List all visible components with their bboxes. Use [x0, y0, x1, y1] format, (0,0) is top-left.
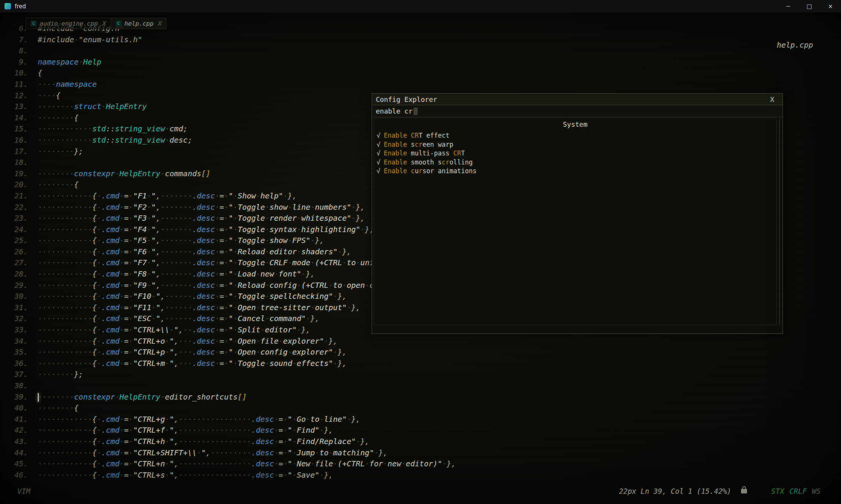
checkbox-checked-icon[interactable]: √: [377, 149, 380, 157]
maximize-button[interactable]: □: [799, 0, 820, 12]
option-label-text: sor animations: [423, 167, 477, 175]
line-content: ············{·.cmd·=·"F9·",·······.desc·…: [38, 280, 387, 291]
config-option[interactable]: √Enable CRT effect: [374, 131, 776, 140]
line-content: {: [38, 68, 42, 79]
code-line-43[interactable]: 43.············{·.cmd·=·"CTRL+h·",······…: [0, 436, 841, 447]
code-line-46[interactable]: 46.············{·.cmd·=·"CTRL+s·",······…: [0, 470, 841, 481]
lock-icon: [741, 489, 747, 493]
code-line-36[interactable]: 36.············{·.cmd·=·"CTRL+m·",···.de…: [0, 358, 841, 369]
match-highlight: cr: [442, 158, 449, 166]
line-number: 14.: [0, 112, 28, 124]
option-label-text: olling: [449, 158, 472, 166]
tab-close-button[interactable]: X: [158, 20, 162, 27]
status-flag-crlf: CRLF: [789, 487, 807, 495]
code-line-11[interactable]: 11.····namespace: [0, 79, 841, 90]
config-search-input[interactable]: enable cr: [372, 105, 783, 117]
code-line-44[interactable]: 44.············{·.cmd·=·"CTRL+SHIFT+\\·"…: [0, 447, 841, 459]
search-query-text: enable cr: [376, 107, 413, 115]
code-line-45[interactable]: 45.············{·.cmd·=·"CTRL+n·",······…: [0, 458, 841, 470]
tab-label: audio-engine.cpp: [40, 20, 98, 27]
line-content: ············{·.cmd·=·"F2·",·······.desc·…: [38, 202, 365, 213]
code-line-34[interactable]: 34.············{·.cmd·=·"CTRL+o·",···.de…: [0, 336, 841, 347]
code-line-8[interactable]: 8.: [0, 45, 841, 57]
line-content: ········{: [38, 112, 78, 124]
pane-filename: help.cpp: [777, 40, 813, 49]
popup-close-button[interactable]: X: [766, 95, 779, 103]
line-number: 8.: [0, 45, 28, 57]
line-content: ············{·.cmd·=·"F11·",······.desc·…: [38, 302, 360, 313]
code-line-42[interactable]: 42.············{·.cmd·=·"CTRL+f·",······…: [0, 425, 841, 436]
line-number: 28.: [0, 269, 28, 280]
close-button[interactable]: ×: [820, 0, 841, 12]
code-line-39[interactable]: 39.········constexpr·HelpEntry·editor_sh…: [0, 392, 841, 403]
line-number: 44.: [0, 447, 28, 459]
code-line-38[interactable]: 38.: [0, 380, 841, 392]
code-line-37[interactable]: 37.········};: [0, 369, 841, 380]
code-line-9[interactable]: 9.namespace·Help: [0, 57, 841, 68]
line-content: ············{·.cmd·=·"CTRL+o·",···.desc·…: [38, 336, 338, 347]
line-number: 26.: [0, 246, 28, 258]
line-number: 25.: [0, 235, 28, 246]
line-content: ············{·.cmd·=·"CTRL+h·",·········…: [38, 436, 369, 447]
match-highlight: Enable: [384, 167, 407, 175]
line-number: 36.: [0, 358, 28, 369]
line-number: 41.: [0, 414, 28, 425]
match-highlight: Enable: [384, 158, 407, 166]
popup-scrollbar[interactable]: [779, 118, 780, 325]
config-option[interactable]: √Enable smooth scrolling: [374, 158, 776, 167]
line-content: ············{·.cmd·=·"CTRL+n·",·········…: [38, 458, 456, 470]
tab-close-button[interactable]: X: [102, 20, 106, 27]
checkbox-checked-icon[interactable]: √: [377, 158, 380, 166]
line-number: 24.: [0, 224, 28, 235]
line-content: ····{: [38, 90, 60, 101]
status-flags: STXCRLFWS: [771, 487, 821, 495]
line-content: ············std::string_view·desc;: [38, 135, 192, 146]
tab-bar: Caudio-engine.cppXChelp.cppX: [26, 18, 166, 29]
line-number: 30.: [0, 291, 28, 302]
match-highlight: cr: [415, 141, 422, 148]
line-content: ············{·.cmd·=·"F8·",·······.desc·…: [38, 269, 315, 280]
line-number: 20.: [0, 179, 28, 191]
minimize-button[interactable]: ─: [778, 0, 799, 12]
match-highlight: r: [418, 167, 422, 175]
tab-audio-engine-cpp[interactable]: Caudio-engine.cppX: [26, 18, 111, 29]
match-highlight: Enable: [384, 141, 407, 148]
line-content: ············std::string_view·cmd;: [38, 123, 188, 135]
config-option[interactable]: √Enable multi-pass CRT: [374, 149, 776, 158]
code-line-41[interactable]: 41.············{·.cmd·=·"CTRL+g·",······…: [0, 414, 841, 425]
line-content: ············{·.cmd·=·"ESC·",······.desc·…: [38, 313, 320, 324]
editor-screen: 6.#include·"config.h"7.#include·"enum-ut…: [0, 12, 841, 504]
option-label-text: een warp: [423, 141, 454, 148]
line-number: 23.: [0, 213, 28, 224]
line-content: #include·"enum-utils.h": [38, 34, 142, 46]
cpp-file-icon: C: [115, 20, 121, 26]
code-line-7[interactable]: 7.#include·"enum-utils.h": [0, 34, 841, 46]
line-content: ············{·.cmd·=·"CTRL+\\·",··.desc·…: [38, 324, 311, 336]
code-line-40[interactable]: 40.········{: [0, 403, 841, 414]
checkbox-checked-icon[interactable]: √: [377, 132, 380, 139]
line-number: 34.: [0, 336, 28, 347]
line-content: ············{·.cmd·=·"CTRL+g·",·········…: [38, 414, 360, 425]
config-option[interactable]: √Enable screen warp: [374, 140, 776, 149]
code-line-10[interactable]: 10.{: [0, 68, 841, 79]
tab-help-cpp[interactable]: Chelp.cppX: [111, 18, 166, 29]
line-content: ····namespace: [38, 79, 97, 90]
line-number: 31.: [0, 302, 28, 313]
line-number: 15.: [0, 123, 28, 135]
line-number: 6.: [0, 23, 28, 34]
option-label-text: T effect: [418, 132, 449, 139]
line-number: 39.: [0, 392, 28, 403]
line-content: ············{·.cmd·=·"F7·",·······.desc·…: [38, 257, 387, 269]
line-number: 11.: [0, 79, 28, 90]
match-highlight: Enable: [384, 132, 407, 139]
match-highlight: CR: [454, 149, 461, 157]
config-option[interactable]: √Enable cursor animations: [374, 167, 776, 176]
line-number: 27.: [0, 257, 28, 269]
search-text-cursor: [414, 108, 418, 115]
popup-results-frame: System √Enable CRT effect√Enable screen …: [374, 118, 776, 325]
code-line-35[interactable]: 35.············{·.cmd·=·"CTRL+p·",···.de…: [0, 347, 841, 358]
checkbox-checked-icon[interactable]: √: [377, 141, 380, 148]
checkbox-checked-icon[interactable]: √: [377, 167, 380, 175]
line-number: 16.: [0, 135, 28, 146]
line-content: ············{·.cmd·=·"CTRL+p·",···.desc·…: [38, 347, 347, 358]
